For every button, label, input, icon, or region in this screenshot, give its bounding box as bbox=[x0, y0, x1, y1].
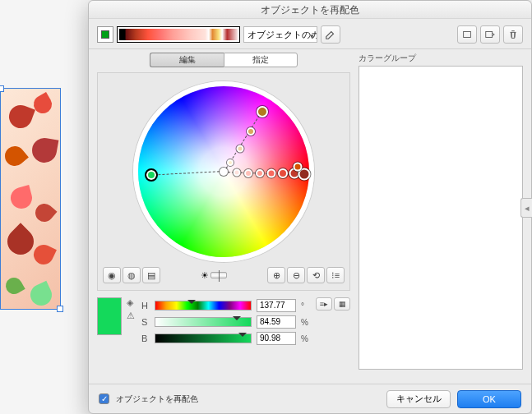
wheel-marker[interactable] bbox=[294, 163, 303, 172]
wheel-marker[interactable] bbox=[257, 106, 268, 117]
delete-group-icon[interactable] bbox=[503, 25, 523, 44]
cancel-button[interactable]: キャンセル bbox=[386, 390, 451, 408]
out-of-gamut-icon: ⚠ bbox=[127, 310, 135, 321]
color-model-icon[interactable]: ◈ bbox=[127, 297, 135, 308]
color-wheel[interactable] bbox=[133, 81, 314, 262]
svg-rect-0 bbox=[464, 32, 471, 38]
wheel-marker[interactable] bbox=[227, 159, 234, 166]
wheel-marker[interactable] bbox=[244, 169, 252, 177]
hsb-controls: ◈ ⚠ H 137.77 ° S bbox=[97, 291, 350, 347]
active-color-swatch[interactable] bbox=[97, 26, 113, 43]
hue-slider[interactable] bbox=[155, 301, 252, 310]
wheel-marker[interactable] bbox=[237, 145, 244, 153]
save-group-icon[interactable] bbox=[480, 25, 500, 44]
recolor-checkbox-label: オブジェクトを再配色 bbox=[116, 393, 198, 405]
hue-unit: ° bbox=[301, 301, 309, 310]
bri-unit: % bbox=[301, 334, 309, 343]
tab-assign[interactable]: 指定 bbox=[224, 53, 298, 67]
sat-input[interactable]: 84.59 bbox=[257, 315, 296, 329]
wheel-marker[interactable] bbox=[220, 168, 228, 176]
recolor-dialog: オブジェクトを再配色 オブジェクトのカラー 編集 指定 bbox=[88, 0, 532, 414]
collapse-panel-icon[interactable]: ◂ bbox=[520, 198, 532, 218]
wheel-marker[interactable] bbox=[145, 168, 158, 182]
edit-colors-icon[interactable] bbox=[321, 25, 340, 44]
segmented-wheel-icon[interactable]: ◍ bbox=[123, 267, 141, 283]
new-group-icon[interactable] bbox=[457, 25, 477, 44]
color-mode-menu-icon[interactable]: ≡▸ bbox=[316, 297, 332, 310]
artwork-colors-bar[interactable] bbox=[117, 26, 240, 43]
hue-label: H bbox=[141, 301, 150, 310]
wheel-marker[interactable] bbox=[234, 169, 241, 177]
canvas-artwork[interactable] bbox=[0, 88, 61, 310]
bri-label: B bbox=[141, 334, 150, 343]
tab-edit[interactable]: 編集 bbox=[150, 53, 224, 67]
options-icon[interactable]: ⁝≡ bbox=[326, 267, 345, 283]
remove-color-tool-icon[interactable]: ⊖ bbox=[287, 267, 305, 283]
brightness-icon: ☀ bbox=[201, 270, 209, 281]
sat-unit: % bbox=[301, 318, 309, 327]
wheel-marker[interactable] bbox=[256, 169, 264, 177]
selected-color-preview[interactable] bbox=[97, 297, 122, 335]
link-harmony-icon[interactable]: ⟲ bbox=[307, 267, 325, 283]
wheel-marker[interactable] bbox=[267, 169, 276, 178]
recolor-checkbox[interactable]: ✓ bbox=[99, 393, 109, 404]
sat-slider[interactable] bbox=[155, 317, 252, 327]
swatches-icon[interactable]: ▦ bbox=[334, 297, 350, 310]
brightness-slider[interactable] bbox=[210, 272, 227, 278]
dialog-title: オブジェクトを再配色 bbox=[89, 1, 531, 19]
color-wheel-panel: ◉ ◍ ▤ ☀ ⊕ ⊖ ⟲ ⁝≡ bbox=[97, 72, 350, 291]
hue-input[interactable]: 137.77 bbox=[257, 299, 296, 312]
svg-rect-1 bbox=[486, 32, 493, 38]
add-color-tool-icon[interactable]: ⊕ bbox=[267, 267, 285, 283]
wheel-marker[interactable] bbox=[247, 127, 255, 136]
preset-select[interactable]: オブジェクトのカラー bbox=[243, 26, 317, 43]
color-groups-list[interactable] bbox=[359, 66, 523, 370]
color-groups-label: カラーグループ bbox=[359, 53, 523, 64]
wheel-marker[interactable] bbox=[278, 168, 288, 178]
ok-button[interactable]: OK bbox=[457, 390, 521, 408]
bri-input[interactable]: 90.98 bbox=[257, 332, 296, 345]
mode-tabs: 編集 指定 bbox=[97, 53, 350, 67]
sat-label: S bbox=[141, 317, 150, 327]
bri-slider[interactable] bbox=[155, 334, 252, 343]
smooth-wheel-icon[interactable]: ◉ bbox=[103, 267, 121, 283]
color-bars-icon[interactable]: ▤ bbox=[142, 267, 160, 283]
